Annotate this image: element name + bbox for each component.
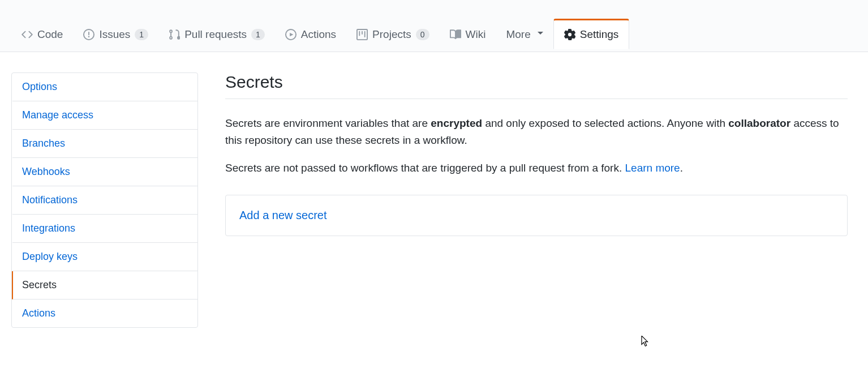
secrets-description-2: Secrets are not passed to workflows that… <box>225 160 848 177</box>
project-icon <box>356 29 368 40</box>
tab-more[interactable]: More <box>496 19 553 49</box>
sidebar-item-actions[interactable]: Actions <box>12 300 197 327</box>
tab-label: Code <box>37 28 63 41</box>
add-new-secret-link[interactable]: Add a new secret <box>239 209 327 221</box>
sidebar-item-integrations[interactable]: Integrations <box>12 215 197 243</box>
tab-label: Pull requests <box>184 28 247 41</box>
pulls-counter: 1 <box>251 29 265 40</box>
code-icon <box>22 29 33 40</box>
git-pull-request-icon <box>169 29 180 40</box>
issue-icon <box>83 29 94 40</box>
sidebar-item-notifications[interactable]: Notifications <box>12 186 197 215</box>
sidebar-item-secrets: Secrets <box>12 271 197 300</box>
learn-more-link[interactable]: Learn more <box>625 162 680 174</box>
projects-counter: 0 <box>416 29 429 40</box>
main-content: Secrets Secrets are environment variable… <box>225 72 848 328</box>
tab-settings[interactable]: Settings <box>553 19 630 49</box>
tab-label: Settings <box>580 28 619 41</box>
gear-icon <box>564 29 575 40</box>
issues-counter: 1 <box>135 29 148 40</box>
tab-label: Projects <box>372 28 411 41</box>
tab-actions[interactable]: Actions <box>275 19 346 49</box>
add-secret-box: Add a new secret <box>225 195 848 236</box>
settings-sidebar: OptionsManage accessBranchesWebhooksNoti… <box>11 72 198 328</box>
tab-issues[interactable]: Issues 1 <box>73 19 158 49</box>
tab-projects[interactable]: Projects 0 <box>346 19 439 49</box>
tab-label: Wiki <box>466 28 486 41</box>
repo-tabs-nav: Code Issues 1 Pull requests 1 Actions Pr… <box>0 0 868 52</box>
sidebar-item-deploy-keys[interactable]: Deploy keys <box>12 243 197 271</box>
tab-wiki[interactable]: Wiki <box>440 19 496 49</box>
sidebar-item-branches[interactable]: Branches <box>12 130 197 158</box>
sidebar-item-options[interactable]: Options <box>12 73 197 101</box>
tab-label: Actions <box>301 28 336 41</box>
secrets-description-1: Secrets are environment variables that a… <box>225 115 848 149</box>
chevron-down-icon <box>538 32 543 37</box>
sidebar-item-webhooks[interactable]: Webhooks <box>12 158 197 186</box>
tab-label: More <box>506 28 530 41</box>
tab-pulls[interactable]: Pull requests 1 <box>158 19 275 49</box>
tab-label: Issues <box>99 28 130 41</box>
page-title: Secrets <box>225 72 848 99</box>
tab-code[interactable]: Code <box>11 19 73 49</box>
sidebar-item-manage-access[interactable]: Manage access <box>12 101 197 130</box>
book-icon <box>450 29 461 40</box>
play-icon <box>285 29 297 40</box>
